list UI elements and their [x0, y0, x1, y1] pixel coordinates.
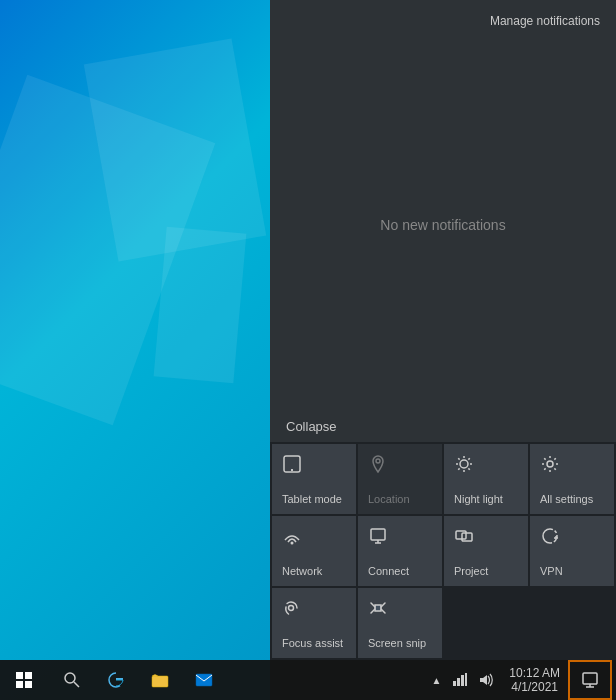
svg-rect-36 [583, 673, 597, 684]
clock-display[interactable]: 10:12 AM 4/1/2021 [501, 660, 568, 700]
tile-vpn[interactable]: VPN [530, 516, 614, 586]
location-label: Location [368, 493, 410, 506]
svg-line-29 [74, 682, 79, 687]
night-light-icon [454, 454, 474, 477]
svg-point-14 [291, 542, 294, 545]
svg-rect-24 [16, 672, 23, 679]
file-explorer-button[interactable] [140, 660, 180, 700]
tile-connect[interactable]: Connect [358, 516, 442, 586]
tile-focus-assist[interactable]: Focus assist [272, 588, 356, 658]
svg-rect-19 [462, 533, 472, 541]
mail-button[interactable] [184, 660, 224, 700]
tile-network[interactable]: Network [272, 516, 356, 586]
connect-icon [368, 526, 388, 549]
svg-point-4 [460, 460, 468, 468]
svg-line-9 [458, 458, 459, 459]
no-notifications-text: No new notifications [380, 217, 505, 233]
vpn-label: VPN [540, 565, 563, 578]
svg-point-2 [291, 469, 293, 471]
clock-date: 4/1/2021 [511, 680, 558, 694]
search-button[interactable] [52, 660, 92, 700]
quick-actions-grid: Tablet mode Location [270, 442, 616, 660]
svg-rect-35 [465, 673, 467, 686]
tile-tablet-mode[interactable]: Tablet mode [272, 444, 356, 514]
desktop-shape-3 [154, 227, 247, 383]
screen-snip-icon [368, 598, 388, 621]
focus-assist-label: Focus assist [282, 637, 343, 650]
project-icon [454, 526, 474, 549]
tile-location[interactable]: Location [358, 444, 442, 514]
svg-rect-25 [25, 672, 32, 679]
svg-rect-23 [375, 605, 381, 611]
svg-point-3 [376, 459, 380, 463]
tile-screen-snip[interactable]: Screen snip [358, 588, 442, 658]
vpn-icon [540, 526, 560, 549]
hidden-icons-button[interactable]: ▲ [425, 675, 447, 686]
tile-all-settings[interactable]: All settings [530, 444, 614, 514]
project-label: Project [454, 565, 488, 578]
taskbar-pinned-apps [48, 660, 228, 700]
tablet-mode-label: Tablet mode [282, 493, 342, 506]
svg-rect-33 [457, 678, 460, 686]
tile-project[interactable]: Project [444, 516, 528, 586]
svg-rect-30 [152, 676, 168, 687]
tile-night-light[interactable]: Night light [444, 444, 528, 514]
svg-point-22 [289, 606, 294, 611]
connect-label: Connect [368, 565, 409, 578]
svg-line-12 [458, 468, 459, 469]
system-tray: ▲ 10:12 AM 4/1/2021 [425, 660, 616, 700]
notifications-area: No new notifications [270, 38, 616, 411]
manage-notifications-link[interactable]: Manage notifications [270, 0, 616, 38]
svg-rect-26 [16, 681, 23, 688]
network-icon [282, 526, 302, 549]
screen-snip-label: Screen snip [368, 637, 426, 650]
action-center-panel: Manage notifications No new notification… [270, 0, 616, 700]
svg-rect-18 [456, 531, 466, 539]
edge-button[interactable] [96, 660, 136, 700]
svg-line-11 [468, 458, 469, 459]
night-light-label: Night light [454, 493, 503, 506]
network-tray-button[interactable] [447, 673, 473, 687]
svg-rect-31 [196, 674, 212, 686]
focus-assist-icon [282, 598, 302, 621]
start-button[interactable] [0, 660, 48, 700]
volume-tray-button[interactable] [473, 673, 501, 687]
svg-point-28 [65, 673, 75, 683]
svg-rect-32 [453, 681, 456, 686]
action-center-button[interactable] [568, 660, 612, 700]
svg-point-13 [547, 461, 553, 467]
network-label: Network [282, 565, 322, 578]
svg-rect-34 [461, 675, 464, 686]
svg-rect-15 [371, 529, 385, 540]
svg-line-10 [468, 468, 469, 469]
all-settings-icon [540, 454, 560, 477]
tablet-mode-icon [282, 454, 302, 477]
chevron-icon: ▲ [431, 675, 441, 686]
collapse-button[interactable]: Collapse [270, 411, 616, 442]
desktop-background [0, 0, 270, 700]
all-settings-label: All settings [540, 493, 593, 506]
location-icon [368, 454, 388, 477]
taskbar: ▲ 10:12 AM 4/1/2021 [0, 660, 616, 700]
clock-time: 10:12 AM [509, 666, 560, 680]
svg-rect-27 [25, 681, 32, 688]
